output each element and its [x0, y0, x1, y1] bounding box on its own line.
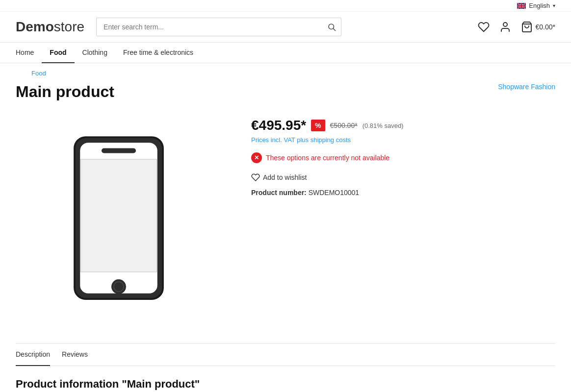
description-content: Product information "Main product" Lorem… — [16, 366, 555, 392]
breadcrumb-food-link[interactable]: Food — [31, 70, 46, 77]
product-number-label: Product number: — [251, 189, 307, 196]
cart-icon — [521, 21, 533, 33]
product-layout: €495.95* % €500.00* (0.81% saved) Prices… — [16, 113, 555, 323]
nav-item-home[interactable]: Home — [16, 43, 42, 63]
header: Demostore €0 — [0, 12, 571, 43]
svg-rect-8 — [81, 159, 157, 272]
flag-icon — [517, 3, 526, 9]
heart-wishlist-icon — [251, 173, 260, 182]
search-input[interactable] — [96, 18, 341, 36]
product-info: €495.95* % €500.00* (0.81% saved) Prices… — [251, 113, 555, 196]
unavailable-notice: ✕ These options are currently not availa… — [251, 152, 555, 163]
product-image — [16, 113, 222, 323]
language-label: English — [529, 2, 550, 9]
savings-text: (0.81% saved) — [363, 122, 404, 129]
unavailable-icon: ✕ — [251, 152, 262, 163]
tabs-section: Description Reviews Product information … — [16, 343, 555, 392]
user-icon — [499, 21, 511, 33]
cart-button[interactable]: €0.00* — [521, 21, 555, 33]
account-button[interactable] — [499, 21, 511, 33]
header-icons: €0.00* — [478, 21, 555, 33]
logo-bold: Demo — [16, 19, 54, 34]
heart-icon — [478, 21, 490, 33]
wishlist-btn-label: Add to wishlist — [263, 173, 307, 181]
original-price: €500.00* — [330, 122, 358, 129]
search-container — [96, 18, 341, 36]
svg-point-3 — [503, 23, 507, 26]
nav-item-free-time[interactable]: Free time & electronics — [115, 43, 201, 63]
description-title: Product information "Main product" — [16, 378, 555, 391]
vat-link[interactable]: Prices incl. VAT plus shipping costs — [251, 136, 555, 144]
language-selector[interactable]: English ▾ — [517, 2, 555, 9]
tabs-nav: Description Reviews — [16, 343, 555, 366]
logo-regular: store — [54, 19, 84, 34]
search-icon — [327, 23, 336, 31]
manufacturer-link[interactable]: Shopware Fashion — [498, 83, 555, 91]
wishlist-button[interactable] — [478, 21, 490, 33]
phone-product-image — [70, 132, 168, 304]
search-button[interactable] — [322, 18, 341, 36]
unavailable-text: These options are currently not availabl… — [266, 154, 389, 162]
product-header: Main product Shopware Fashion — [16, 83, 555, 101]
add-to-wishlist-button[interactable]: Add to wishlist — [251, 173, 307, 182]
tab-description[interactable]: Description — [16, 343, 50, 366]
logo[interactable]: Demostore — [16, 19, 84, 35]
product-title: Main product — [16, 83, 114, 101]
product-page: Food Main product Shopware Fashion — [0, 63, 571, 392]
main-nav: Home Food Clothing Free time & electroni… — [0, 43, 571, 63]
product-number: Product number: SWDEMO10001 — [251, 189, 555, 196]
breadcrumb: Food — [16, 63, 555, 83]
svg-line-2 — [333, 28, 335, 30]
chevron-down-icon: ▾ — [553, 3, 555, 8]
tab-reviews[interactable]: Reviews — [62, 343, 88, 366]
product-number-value: SWDEMO10001 — [309, 189, 359, 196]
discount-badge: % — [311, 120, 325, 131]
cart-price: €0.00* — [536, 23, 555, 31]
top-bar: English ▾ — [0, 0, 571, 12]
nav-item-food[interactable]: Food — [42, 43, 74, 63]
original-price-value: €500.00* — [330, 122, 358, 129]
nav-item-clothing[interactable]: Clothing — [75, 43, 115, 63]
price-row: €495.95* % €500.00* (0.81% saved) — [251, 118, 555, 133]
svg-rect-7 — [102, 148, 136, 153]
main-price: €495.95* — [251, 118, 306, 133]
